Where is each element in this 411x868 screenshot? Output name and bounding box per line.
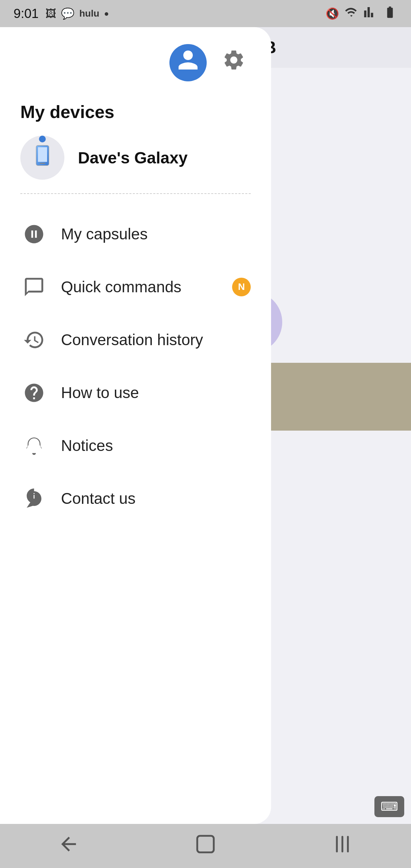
contact-us-label: Contact us [61,489,136,508]
menu-item-my-capsules[interactable]: My capsules [20,208,251,260]
svg-rect-4 [336,836,338,852]
drawer-header [20,44,251,81]
battery-icon [383,5,397,22]
conversation-history-label: Conversation history [61,331,203,349]
recents-button[interactable] [331,833,353,859]
quick-commands-icon [20,273,47,300]
menu-item-notices[interactable]: Notices [20,419,251,472]
menu-item-quick-commands[interactable]: Quick commands N [20,260,251,313]
notices-icon [20,432,47,459]
avatar-button[interactable] [169,44,207,81]
hulu-icon: hulu [79,8,99,19]
menu-item-conversation-history[interactable]: Conversation history [20,313,251,366]
settings-button[interactable] [217,46,251,80]
svg-rect-6 [347,836,349,852]
conversation-history-icon [20,326,47,353]
quick-commands-badge: N [232,278,251,296]
divider [20,193,251,194]
svg-rect-2 [40,163,45,164]
signal-icon [364,5,377,22]
device-icon-wrap [20,136,64,180]
how-to-use-label: How to use [61,383,139,402]
whatsapp-icon: 💬 [61,7,75,20]
status-icons-left: 🖼 💬 hulu ● [45,7,109,20]
drawer-inner: My devices [0,27,271,824]
notices-label: Notices [61,436,113,455]
keyboard-symbol: ⌨ [381,800,398,813]
svg-rect-3 [197,836,214,852]
nav-bar [0,824,411,868]
dot-icon: ● [104,9,109,18]
back-button[interactable] [58,833,80,859]
gear-icon [222,48,246,77]
phone-icon [32,144,54,171]
user-avatar-icon [176,48,200,77]
status-icons-right: 🔇 [326,5,397,22]
home-button[interactable] [194,833,217,859]
my-capsules-icon [20,220,47,248]
quick-commands-label: Quick commands [61,278,181,296]
status-bar: 9:01 🖼 💬 hulu ● 🔇 [0,0,411,27]
my-capsules-label: My capsules [61,225,148,243]
svg-rect-1 [38,147,47,162]
wifi-icon [345,5,358,22]
svg-rect-5 [342,836,343,852]
menu-item-contact-us[interactable]: Contact us [20,472,251,525]
device-name: Dave's Galaxy [78,149,188,167]
devices-section-title: My devices [20,102,251,122]
bg-keyboard-icon: ⌨ [374,796,404,817]
device-active-dot [39,136,46,142]
how-to-use-icon [20,379,47,406]
drawer-panel: My devices [0,27,271,824]
gallery-icon: 🖼 [45,7,56,20]
status-time: 9:01 [14,6,39,21]
mute-icon: 🔇 [326,7,339,20]
menu-item-how-to-use[interactable]: How to use [20,366,251,419]
device-row: Dave's Galaxy [20,136,251,180]
contact-us-icon [20,485,47,512]
